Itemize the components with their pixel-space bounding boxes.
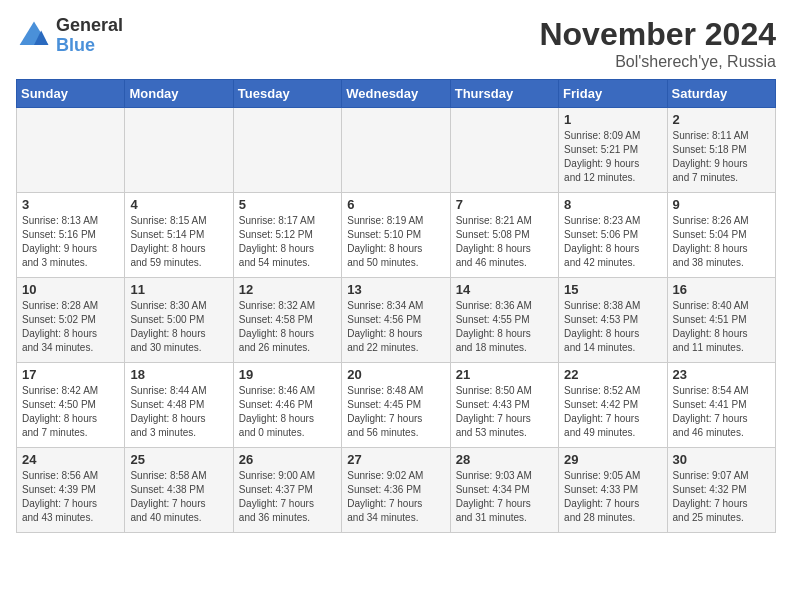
- calendar-table: SundayMondayTuesdayWednesdayThursdayFrid…: [16, 79, 776, 533]
- day-info: Sunrise: 8:09 AM Sunset: 5:21 PM Dayligh…: [564, 129, 661, 185]
- day-info: Sunrise: 8:48 AM Sunset: 4:45 PM Dayligh…: [347, 384, 444, 440]
- calendar-cell: 12Sunrise: 8:32 AM Sunset: 4:58 PM Dayli…: [233, 278, 341, 363]
- calendar-cell: [17, 108, 125, 193]
- day-info: Sunrise: 8:40 AM Sunset: 4:51 PM Dayligh…: [673, 299, 770, 355]
- calendar-cell: 4Sunrise: 8:15 AM Sunset: 5:14 PM Daylig…: [125, 193, 233, 278]
- header-day-saturday: Saturday: [667, 80, 775, 108]
- header-row: SundayMondayTuesdayWednesdayThursdayFrid…: [17, 80, 776, 108]
- day-info: Sunrise: 8:11 AM Sunset: 5:18 PM Dayligh…: [673, 129, 770, 185]
- day-number: 16: [673, 282, 770, 297]
- day-info: Sunrise: 9:02 AM Sunset: 4:36 PM Dayligh…: [347, 469, 444, 525]
- logo-general-label: General: [56, 16, 123, 36]
- day-info: Sunrise: 9:05 AM Sunset: 4:33 PM Dayligh…: [564, 469, 661, 525]
- calendar-cell: 29Sunrise: 9:05 AM Sunset: 4:33 PM Dayli…: [559, 448, 667, 533]
- day-number: 25: [130, 452, 227, 467]
- day-number: 24: [22, 452, 119, 467]
- day-info: Sunrise: 8:52 AM Sunset: 4:42 PM Dayligh…: [564, 384, 661, 440]
- calendar-cell: 30Sunrise: 9:07 AM Sunset: 4:32 PM Dayli…: [667, 448, 775, 533]
- calendar-cell: 18Sunrise: 8:44 AM Sunset: 4:48 PM Dayli…: [125, 363, 233, 448]
- day-info: Sunrise: 8:26 AM Sunset: 5:04 PM Dayligh…: [673, 214, 770, 270]
- calendar-cell: 16Sunrise: 8:40 AM Sunset: 4:51 PM Dayli…: [667, 278, 775, 363]
- day-number: 22: [564, 367, 661, 382]
- calendar-cell: 19Sunrise: 8:46 AM Sunset: 4:46 PM Dayli…: [233, 363, 341, 448]
- week-row-1: 3Sunrise: 8:13 AM Sunset: 5:16 PM Daylig…: [17, 193, 776, 278]
- header-day-sunday: Sunday: [17, 80, 125, 108]
- day-info: Sunrise: 8:19 AM Sunset: 5:10 PM Dayligh…: [347, 214, 444, 270]
- calendar-cell: [125, 108, 233, 193]
- day-number: 7: [456, 197, 553, 212]
- location-title: Bol'sherech'ye, Russia: [539, 53, 776, 71]
- calendar-cell: 11Sunrise: 8:30 AM Sunset: 5:00 PM Dayli…: [125, 278, 233, 363]
- calendar-cell: 25Sunrise: 8:58 AM Sunset: 4:38 PM Dayli…: [125, 448, 233, 533]
- calendar-cell: 7Sunrise: 8:21 AM Sunset: 5:08 PM Daylig…: [450, 193, 558, 278]
- day-number: 9: [673, 197, 770, 212]
- day-number: 23: [673, 367, 770, 382]
- day-info: Sunrise: 8:42 AM Sunset: 4:50 PM Dayligh…: [22, 384, 119, 440]
- calendar-cell: 8Sunrise: 8:23 AM Sunset: 5:06 PM Daylig…: [559, 193, 667, 278]
- day-info: Sunrise: 8:21 AM Sunset: 5:08 PM Dayligh…: [456, 214, 553, 270]
- calendar-cell: 26Sunrise: 9:00 AM Sunset: 4:37 PM Dayli…: [233, 448, 341, 533]
- calendar-cell: 3Sunrise: 8:13 AM Sunset: 5:16 PM Daylig…: [17, 193, 125, 278]
- day-info: Sunrise: 8:15 AM Sunset: 5:14 PM Dayligh…: [130, 214, 227, 270]
- day-number: 1: [564, 112, 661, 127]
- day-number: 3: [22, 197, 119, 212]
- day-info: Sunrise: 8:44 AM Sunset: 4:48 PM Dayligh…: [130, 384, 227, 440]
- day-number: 5: [239, 197, 336, 212]
- month-title: November 2024: [539, 16, 776, 53]
- week-row-4: 24Sunrise: 8:56 AM Sunset: 4:39 PM Dayli…: [17, 448, 776, 533]
- header-day-friday: Friday: [559, 80, 667, 108]
- day-number: 19: [239, 367, 336, 382]
- day-number: 11: [130, 282, 227, 297]
- day-info: Sunrise: 8:54 AM Sunset: 4:41 PM Dayligh…: [673, 384, 770, 440]
- calendar-cell: [450, 108, 558, 193]
- day-number: 27: [347, 452, 444, 467]
- calendar-cell: 15Sunrise: 8:38 AM Sunset: 4:53 PM Dayli…: [559, 278, 667, 363]
- day-number: 12: [239, 282, 336, 297]
- day-number: 2: [673, 112, 770, 127]
- day-info: Sunrise: 8:36 AM Sunset: 4:55 PM Dayligh…: [456, 299, 553, 355]
- week-row-0: 1Sunrise: 8:09 AM Sunset: 5:21 PM Daylig…: [17, 108, 776, 193]
- logo-text: General Blue: [56, 16, 123, 56]
- day-info: Sunrise: 8:46 AM Sunset: 4:46 PM Dayligh…: [239, 384, 336, 440]
- day-info: Sunrise: 8:23 AM Sunset: 5:06 PM Dayligh…: [564, 214, 661, 270]
- day-info: Sunrise: 8:58 AM Sunset: 4:38 PM Dayligh…: [130, 469, 227, 525]
- logo-icon: [16, 18, 52, 54]
- calendar-cell: [342, 108, 450, 193]
- calendar-cell: 1Sunrise: 8:09 AM Sunset: 5:21 PM Daylig…: [559, 108, 667, 193]
- calendar-cell: 14Sunrise: 8:36 AM Sunset: 4:55 PM Dayli…: [450, 278, 558, 363]
- day-info: Sunrise: 9:07 AM Sunset: 4:32 PM Dayligh…: [673, 469, 770, 525]
- day-number: 13: [347, 282, 444, 297]
- week-row-3: 17Sunrise: 8:42 AM Sunset: 4:50 PM Dayli…: [17, 363, 776, 448]
- calendar-cell: 22Sunrise: 8:52 AM Sunset: 4:42 PM Dayli…: [559, 363, 667, 448]
- day-info: Sunrise: 8:50 AM Sunset: 4:43 PM Dayligh…: [456, 384, 553, 440]
- header-day-monday: Monday: [125, 80, 233, 108]
- day-info: Sunrise: 8:30 AM Sunset: 5:00 PM Dayligh…: [130, 299, 227, 355]
- day-number: 14: [456, 282, 553, 297]
- day-info: Sunrise: 8:13 AM Sunset: 5:16 PM Dayligh…: [22, 214, 119, 270]
- day-number: 15: [564, 282, 661, 297]
- week-row-2: 10Sunrise: 8:28 AM Sunset: 5:02 PM Dayli…: [17, 278, 776, 363]
- day-number: 21: [456, 367, 553, 382]
- day-info: Sunrise: 8:34 AM Sunset: 4:56 PM Dayligh…: [347, 299, 444, 355]
- calendar-cell: [233, 108, 341, 193]
- page-header: General Blue November 2024 Bol'sherech'y…: [16, 16, 776, 71]
- logo: General Blue: [16, 16, 123, 56]
- day-info: Sunrise: 8:28 AM Sunset: 5:02 PM Dayligh…: [22, 299, 119, 355]
- calendar-cell: 10Sunrise: 8:28 AM Sunset: 5:02 PM Dayli…: [17, 278, 125, 363]
- calendar-cell: 17Sunrise: 8:42 AM Sunset: 4:50 PM Dayli…: [17, 363, 125, 448]
- day-number: 28: [456, 452, 553, 467]
- day-number: 6: [347, 197, 444, 212]
- logo-blue-label: Blue: [56, 36, 123, 56]
- calendar-cell: 27Sunrise: 9:02 AM Sunset: 4:36 PM Dayli…: [342, 448, 450, 533]
- day-number: 29: [564, 452, 661, 467]
- calendar-cell: 20Sunrise: 8:48 AM Sunset: 4:45 PM Dayli…: [342, 363, 450, 448]
- calendar-cell: 21Sunrise: 8:50 AM Sunset: 4:43 PM Dayli…: [450, 363, 558, 448]
- day-number: 10: [22, 282, 119, 297]
- day-number: 20: [347, 367, 444, 382]
- calendar-cell: 13Sunrise: 8:34 AM Sunset: 4:56 PM Dayli…: [342, 278, 450, 363]
- day-info: Sunrise: 9:03 AM Sunset: 4:34 PM Dayligh…: [456, 469, 553, 525]
- calendar-cell: 28Sunrise: 9:03 AM Sunset: 4:34 PM Dayli…: [450, 448, 558, 533]
- day-info: Sunrise: 8:38 AM Sunset: 4:53 PM Dayligh…: [564, 299, 661, 355]
- calendar-cell: 2Sunrise: 8:11 AM Sunset: 5:18 PM Daylig…: [667, 108, 775, 193]
- header-day-tuesday: Tuesday: [233, 80, 341, 108]
